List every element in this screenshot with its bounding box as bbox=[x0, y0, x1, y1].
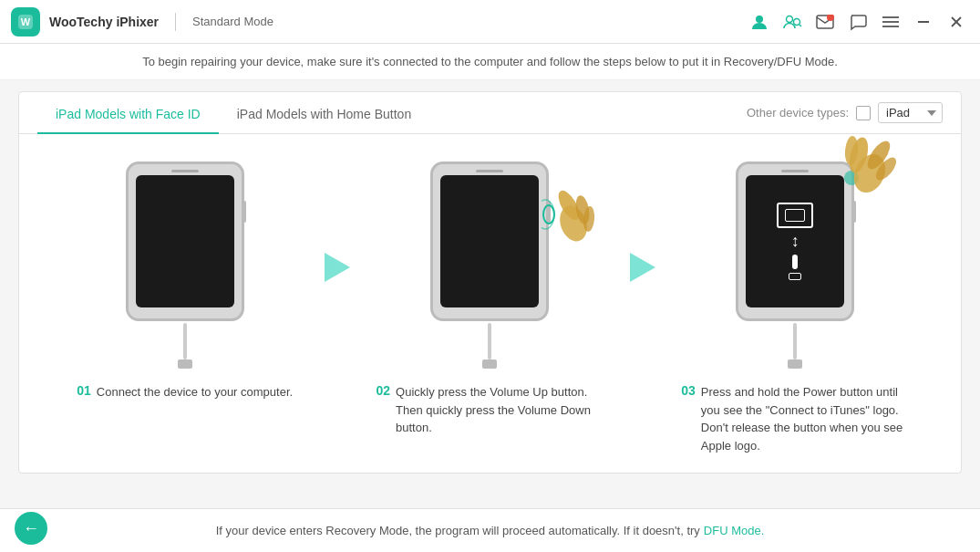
bottom-bar: ← If your device enters Recovery Mode, t… bbox=[0, 508, 980, 552]
cable-1 bbox=[183, 323, 187, 359]
device-checkbox[interactable] bbox=[856, 106, 871, 120]
hand-power-illustration bbox=[833, 128, 897, 204]
ipad-illustration-3: ↕ bbox=[736, 161, 854, 321]
svg-text:W: W bbox=[21, 16, 31, 27]
chat-icon[interactable] bbox=[845, 9, 871, 35]
device-type-selector: Other device types: iPad iPhone iPod bbox=[747, 102, 943, 123]
arrow-right-icon-1 bbox=[325, 253, 350, 282]
svg-rect-11 bbox=[918, 21, 929, 23]
steps-area: 01 Connect the device to your computer. bbox=[19, 134, 961, 473]
ipad-screen-1 bbox=[136, 175, 234, 307]
step-2-text: Quickly press the Volume Up button. Then… bbox=[396, 383, 603, 437]
arrow-1 bbox=[325, 161, 350, 282]
step-1-device bbox=[126, 161, 244, 369]
arrow-right-icon-2 bbox=[630, 253, 655, 282]
profile-icon[interactable] bbox=[747, 9, 772, 35]
bottom-text: If your device enters Recovery Mode, the… bbox=[216, 524, 700, 537]
svg-line-5 bbox=[799, 25, 801, 26]
svg-point-3 bbox=[787, 16, 793, 22]
titlebar-right bbox=[747, 9, 969, 35]
cable-end-1 bbox=[178, 359, 192, 369]
app-logo: W bbox=[11, 7, 40, 36]
mode-label: Standard Mode bbox=[192, 15, 273, 28]
tabs-left: iPad Models with Face ID iPad Models wit… bbox=[37, 92, 429, 133]
cable-end-3 bbox=[788, 359, 802, 369]
cable-3 bbox=[793, 323, 797, 359]
step-2-desc: 02 Quickly press the Volume Up button. T… bbox=[376, 383, 603, 437]
step-1-desc: 01 Connect the device to your computer. bbox=[77, 383, 293, 401]
step-3: ↕ bbox=[667, 161, 923, 454]
ipad-screen-2 bbox=[440, 175, 539, 307]
back-button[interactable]: ← bbox=[15, 512, 47, 545]
ipad-power-btn-1 bbox=[242, 201, 246, 223]
search-user-icon[interactable] bbox=[779, 9, 805, 35]
tab-face-id[interactable]: iPad Models with Face ID bbox=[37, 92, 219, 134]
ipad-illustration-2 bbox=[430, 161, 549, 321]
cable-end-2 bbox=[482, 359, 497, 369]
svg-point-2 bbox=[756, 16, 763, 23]
step-3-device: ↕ bbox=[736, 161, 854, 369]
step-2: 02 Quickly press the Volume Up button. T… bbox=[362, 161, 617, 437]
svg-point-14 bbox=[543, 205, 554, 224]
dfu-link[interactable]: DFU Mode. bbox=[704, 524, 764, 537]
titlebar-left: W WooTechy iPhixer Standard Mode bbox=[11, 7, 273, 36]
step-3-desc: 03 Press and hold the Power button until… bbox=[681, 383, 909, 454]
tabs-container: iPad Models with Face ID iPad Models wit… bbox=[19, 92, 961, 134]
app-name: WooTechy iPhixer bbox=[49, 15, 159, 29]
arrow-2 bbox=[630, 161, 655, 282]
svg-point-4 bbox=[794, 18, 800, 25]
step-1-num: 01 bbox=[77, 383, 91, 398]
mail-icon[interactable] bbox=[812, 9, 838, 35]
info-text: To begin repairing your device, make sur… bbox=[142, 55, 838, 68]
ipad-screen-3: ↕ bbox=[746, 175, 844, 307]
step-2-num: 02 bbox=[376, 383, 390, 398]
device-select[interactable]: iPad iPhone iPod bbox=[878, 102, 943, 123]
step-1: 01 Connect the device to your computer. bbox=[57, 161, 313, 401]
content-area: iPad Models with Face ID iPad Models wit… bbox=[18, 91, 962, 474]
step-3-num: 03 bbox=[681, 383, 696, 398]
cable-2 bbox=[488, 323, 491, 359]
step-1-text: Connect the device to your computer. bbox=[97, 383, 293, 401]
hand-volume-illustration bbox=[542, 182, 596, 259]
info-bar: To begin repairing your device, make sur… bbox=[0, 44, 980, 80]
step-2-device bbox=[430, 161, 549, 369]
menu-icon[interactable] bbox=[878, 9, 903, 35]
close-button[interactable] bbox=[944, 9, 969, 35]
tab-home-button[interactable]: iPad Models with Home Button bbox=[219, 92, 429, 134]
minimize-button[interactable] bbox=[911, 9, 936, 35]
step-3-text: Press and hold the Power button until yo… bbox=[701, 383, 909, 454]
title-divider bbox=[175, 13, 176, 31]
device-type-label: Other device types: bbox=[747, 106, 849, 120]
ipad-illustration-1 bbox=[126, 161, 244, 321]
titlebar: W WooTechy iPhixer Standard Mode bbox=[0, 0, 980, 44]
